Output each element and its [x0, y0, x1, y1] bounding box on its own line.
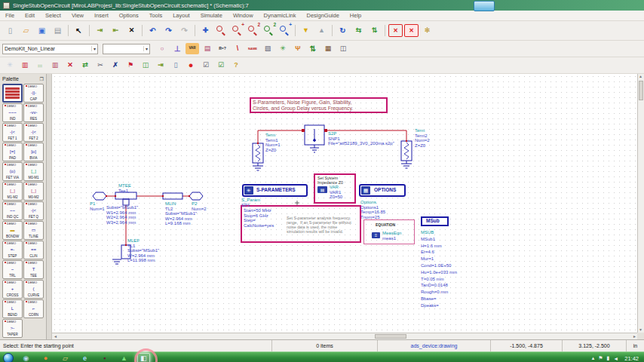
taskbar-app-ie[interactable]: e: [78, 353, 91, 362]
schematic-canvas[interactable]: ✳▦▤≡S-Parameters, Noise Figure, Gain, St…: [52, 74, 638, 333]
msub-params[interactable]: MSUBMSub1H=1.6 mmEr=4.6Mur=1Cond=1.0E+50…: [421, 229, 457, 309]
zoom-in-2x-button[interactable]: 2: [262, 24, 276, 37]
palette-item-m1-m2[interactable]: DEMO[_]M1-M2: [2, 182, 23, 201]
palette-item-bondw[interactable]: DEMO▬BONDW: [2, 221, 23, 240]
menu-window[interactable]: Window: [233, 12, 253, 19]
parts-list-red-button[interactable]: ▥: [18, 60, 32, 71]
mtee-name-labels[interactable]: MTEETee1: [118, 183, 131, 193]
insert-wire-tool-button[interactable]: \: [231, 43, 244, 54]
highlight-wand-button[interactable]: ✻: [420, 24, 434, 37]
mirror-x-button[interactable]: ⇆: [351, 24, 366, 37]
palette-item-tline[interactable]: DEMO▭TLINE: [23, 221, 44, 240]
equation-stamp[interactable]: EQUATION: [376, 222, 395, 228]
zoom-point-button[interactable]: +: [278, 24, 292, 37]
component-history-combo[interactable]: ▾: [103, 44, 150, 54]
palette-item-bvia[interactable]: DEMO[o]BVIA: [23, 143, 44, 161]
help-pointer-button[interactable]: ?: [229, 60, 243, 71]
tray-action-center-flag-icon[interactable]: ⚑: [598, 355, 603, 361]
design-checks-button[interactable]: ☑: [214, 60, 228, 71]
scroll-down-icon[interactable]: ▼: [639, 328, 642, 332]
menu-dynamiclink[interactable]: DynamicLink: [264, 12, 296, 19]
simulate-button[interactable]: ⇅: [306, 43, 320, 54]
menu-simulate[interactable]: Simulate: [201, 12, 222, 19]
p1-labels[interactable]: P1Num=1: [90, 201, 105, 211]
insert-wire-button[interactable]: ⇥: [93, 24, 107, 37]
menu-designguide[interactable]: DesignGuide: [307, 12, 339, 19]
menu-file[interactable]: File: [5, 12, 14, 19]
new-file-button[interactable]: ▯: [3, 24, 17, 37]
parts-list-green-button[interactable]: :::: [33, 60, 47, 71]
menu-tools[interactable]: Tools: [149, 12, 163, 19]
cut-tool-button[interactable]: ✂: [94, 60, 107, 71]
taskbar-clock[interactable]: 21:42: [624, 355, 639, 362]
var-icon[interactable]: ▤: [317, 186, 327, 193]
palette-item-m0-m2[interactable]: DEMO[_]M0-M2: [23, 182, 44, 201]
palette-item-cross[interactable]: DEMO+CROSS: [2, 280, 23, 299]
term1-labels[interactable]: TermTerm1Num=1Z=Z0: [265, 133, 281, 152]
palette-item-cap[interactable]: DEMO-||-CAP: [23, 84, 44, 103]
redo-button[interactable]: ↷: [161, 24, 176, 37]
note-title-text[interactable]: S-Parameters, Noise Figure, Gain, Stabil…: [253, 100, 353, 112]
menu-view[interactable]: View: [72, 12, 84, 19]
stop-simulation-button[interactable]: ●: [184, 60, 198, 71]
library-browser-button[interactable]: ▤: [201, 43, 214, 54]
term2-labels[interactable]: TermTerm2Num=2Z=Z0: [415, 128, 430, 148]
save-button[interactable]: ▣: [35, 24, 49, 37]
flag-errors-button[interactable]: ⚑: [124, 60, 137, 71]
palette-item-ind-qc[interactable]: DEMO~~IND QC: [2, 201, 23, 220]
palette-item-m0-m1[interactable]: DEMO[_]M0-M1: [23, 162, 44, 181]
tray-network-icon[interactable]: ▮: [606, 355, 609, 361]
snap-star-button[interactable]: ✳: [3, 60, 17, 71]
open-file-button[interactable]: ▱: [19, 24, 33, 37]
deactivate-restore-button[interactable]: ✕: [404, 24, 419, 37]
msub-block-label[interactable]: MSub: [426, 219, 440, 224]
horizontal-scrollbar[interactable]: ◄ ►: [52, 333, 638, 339]
mirror-y-button[interactable]: ⇅: [367, 24, 382, 37]
palette-item-taper[interactable]: DEMO>-TAPER: [2, 319, 23, 338]
copy-pages-button[interactable]: ◫: [139, 60, 152, 71]
chevron-down-icon[interactable]: ▾: [91, 46, 96, 51]
taskbar-app-dark[interactable]: ▪: [98, 353, 111, 362]
measeqn-icon[interactable]: ≡: [372, 232, 380, 238]
palette-item-curve[interactable]: DEMO(CURVE: [23, 280, 44, 299]
scroll-right-icon[interactable]: ►: [633, 335, 636, 339]
menu-edit[interactable]: Edit: [25, 12, 35, 19]
sparams-block-label[interactable]: S-PARAMETERS: [256, 188, 296, 193]
wire-label-button[interactable]: ⇥: [154, 60, 167, 71]
select-pointer-button[interactable]: ↖: [72, 24, 86, 37]
tray-volume-icon[interactable]: ◄: [613, 356, 618, 361]
edit-parameters-button[interactable]: R=?: [216, 43, 229, 54]
tray-show-hidden-icon[interactable]: ▴: [592, 355, 595, 361]
pan-view-button[interactable]: ✚: [198, 24, 213, 37]
palette-item-fet-q[interactable]: DEMO-|<FET Q: [23, 201, 44, 220]
push-into-hierarchy-button[interactable]: ▼: [299, 24, 313, 37]
horizontal-scroll-thumb[interactable]: [375, 334, 406, 339]
undo-button[interactable]: ↶: [146, 24, 160, 37]
wire-name-button[interactable]: NAME: [246, 43, 259, 54]
sparam-instance-labels[interactable]: S_ParamSP1: [241, 198, 260, 207]
insert-var-button[interactable]: VAR: [186, 43, 199, 54]
menu-insert[interactable]: Insert: [94, 12, 109, 19]
taskbar-app-media[interactable]: ◉: [20, 353, 32, 362]
scroll-left-icon[interactable]: ◄: [54, 335, 57, 339]
vertical-scrollbar[interactable]: ▲ ▼: [637, 74, 644, 333]
palette-item-trl[interactable]: DEMO~TRL: [2, 260, 23, 279]
taskbar-app-green[interactable]: ▲: [118, 353, 130, 362]
options-grid-icon[interactable]: ▦: [361, 186, 370, 195]
menu-help[interactable]: Help: [350, 12, 361, 19]
palette-item-pad[interactable]: DEMO[=]PAD: [2, 143, 23, 161]
mlef-labels[interactable]: MLEFTL1Subst="MSub1"W=2.964 mmL=11.998 m…: [127, 238, 159, 263]
palette-item-bend[interactable]: DEMOLBEND: [2, 299, 23, 318]
palette-item-fet-1[interactable]: DEMO-|<FET 1: [2, 123, 23, 142]
pal-selected-component[interactable]: [2, 84, 23, 103]
parts-list-mixed-button[interactable]: ▥: [48, 60, 62, 71]
palette-item-fet-via[interactable]: DEMO(o)FET VIA: [2, 162, 23, 181]
deactivate-parts-button[interactable]: ✕: [63, 60, 77, 71]
taskbar-app-firefox[interactable]: ●: [39, 353, 52, 362]
options-instance-labels[interactable]: OptionsOptions1Temp=16.85Tnom=25: [360, 200, 385, 219]
p2-labels[interactable]: P2Num=2: [192, 201, 207, 211]
data-display-button[interactable]: ◫: [336, 43, 350, 54]
taskbar-app-explorer[interactable]: ▱: [59, 353, 72, 362]
delete-trace-button[interactable]: ✗: [109, 60, 122, 71]
zoom-out-2x-button[interactable]: 2: [246, 24, 260, 37]
